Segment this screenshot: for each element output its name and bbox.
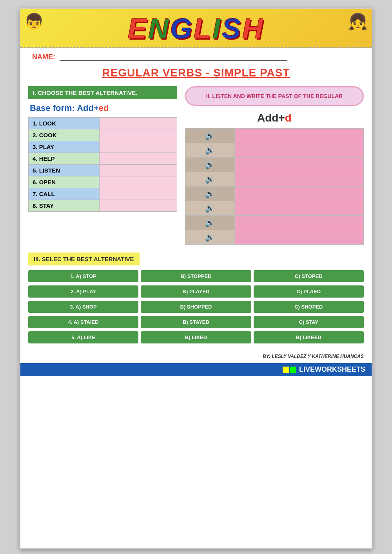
verb-answer[interactable] [99,165,177,176]
speaker-icon[interactable]: 🔊 [205,160,215,169]
answer-option-1-3[interactable]: C) STOPED [254,270,364,282]
verb-label: 8. STAY [29,200,100,212]
audio-button[interactable]: 🔊 [185,158,235,172]
answer-option-4-2[interactable]: B) STAYED [141,316,251,328]
deco-right-icon: 👧 [348,13,368,31]
header-banner: 👦 ENGLISH 👧 [20,9,372,48]
answer-row: 4. A) STAIEDB) STAYEDC) STAY [28,316,364,328]
header-title: ENGLISH [128,13,264,45]
speaker-icon[interactable]: 🔊 [205,131,215,140]
audio-table: 🔊🔊🔊🔊🔊🔊🔊🔊 [185,128,364,245]
footer-credit: BY: LESLY VALDEZ Y KATHERINE HUANCAS [28,354,364,359]
audio-answer[interactable] [235,172,364,187]
speaker-icon[interactable]: 🔊 [205,175,215,183]
answer-option-3-2[interactable]: B) SHOPPED [141,301,251,313]
verb-answer[interactable] [99,200,177,212]
audio-answer[interactable] [235,143,364,158]
speaker-icon[interactable]: 🔊 [205,233,215,242]
deco-left-icon: 👦 [24,13,44,31]
verb-answer[interactable] [99,118,177,129]
audio-button[interactable]: 🔊 [185,216,235,230]
section3-wrapper: III. SELEC THE BEST ALTERNATIVE 1. A) ST… [20,252,372,343]
answer-option-2-3[interactable]: C) PLAED [254,285,364,298]
audio-button[interactable]: 🔊 [185,129,235,143]
audio-button[interactable]: 🔊 [185,201,235,216]
answer-option-4-1[interactable]: 4. A) STAIED [28,316,138,328]
answer-option-5-3[interactable]: B) LIKEED [254,331,364,343]
answer-option-2-2[interactable]: B) PLAYED [141,285,251,298]
verb-answer[interactable] [99,188,177,200]
answer-option-2-1[interactable]: 2. A) PLAY [28,285,138,298]
verb-answer[interactable] [99,129,177,141]
right-column: II. LISTEN AND WRITE THE PAST OF THE REG… [185,86,364,245]
section2-header: II. LISTEN AND WRITE THE PAST OF THE REG… [185,86,364,106]
audio-answer[interactable] [235,158,364,172]
left-column: I. CHOOSE THE BEST ALTERNATIVE. Base for… [28,86,177,245]
add-d-letter: d [285,112,292,124]
answer-option-5-1[interactable]: 5. A) LIKE [28,331,138,343]
audio-button[interactable]: 🔊 [185,143,235,158]
audio-answer[interactable] [235,201,364,216]
speaker-icon[interactable]: 🔊 [205,204,215,213]
answer-row: 2. A) PLAYB) PLAYEDC) PLAED [28,285,364,298]
speaker-icon[interactable]: 🔊 [205,146,215,154]
verb-label: 2. COOK [29,129,100,141]
lw-logo-icon [283,367,296,373]
add-d-label: Add+d [185,112,364,124]
name-label: NAME: [32,53,55,61]
verb-answer[interactable] [99,176,177,188]
verb-table: 1. LOOK2. COOK3. PLAY4. HELP5. LISTEN6. … [28,117,177,212]
verb-label: 1. LOOK [29,118,100,129]
verb-label: 7. CALL [29,188,100,200]
audio-answer[interactable] [235,187,364,201]
verb-label: 4. HELP [29,153,100,165]
verb-answer[interactable] [99,153,177,165]
section1-header: I. CHOOSE THE BEST ALTERNATIVE. [28,86,177,99]
answer-row: 3. A) SHOPB) SHOPPEDC) SHOPED [28,301,364,313]
answer-option-5-2[interactable]: B) LIKED [141,331,251,343]
footer: BY: LESLY VALDEZ Y KATHERINE HUANCAS [20,350,372,363]
name-section: NAME: [20,48,372,63]
name-input-line[interactable] [60,53,287,61]
base-form-ed: ed [99,103,109,113]
section3-questions: 1. A) STOPB) STOPPEDC) STOPED2. A) PLAYB… [28,270,364,343]
speaker-icon[interactable]: 🔊 [205,218,215,227]
liveworksheets-label: LIVEWORKSHEETS [299,365,365,374]
answer-row: 5. A) LIKEB) LIKEDB) LIKEED [28,331,364,343]
verb-label: 3. PLAY [29,141,100,153]
answer-option-1-2[interactable]: B) STOPPED [141,270,251,282]
answer-row: 1. A) STOPB) STOPPEDC) STOPED [28,270,364,282]
audio-button[interactable]: 🔊 [185,230,235,245]
page-title: REGULAR VERBS - SIMPLE PAST [20,67,372,79]
audio-answer[interactable] [235,230,364,245]
answer-option-4-3[interactable]: C) STAY [254,316,364,328]
liveworksheets-bar: LIVEWORKSHEETS [20,363,372,376]
verb-label: 6. OPEN [29,176,100,188]
page: 👦 ENGLISH 👧 NAME: REGULAR VERBS - SIMPLE… [20,8,372,549]
audio-answer[interactable] [235,216,364,230]
answer-option-1-1[interactable]: 1. A) STOP [28,270,138,282]
main-columns: I. CHOOSE THE BEST ALTERNATIVE. Base for… [20,86,372,245]
base-form-label: Base form: Add+ed [28,103,177,113]
audio-button[interactable]: 🔊 [185,172,235,187]
answer-option-3-1[interactable]: 3. A) SHOP [28,301,138,313]
verb-answer[interactable] [99,141,177,153]
answer-option-3-3[interactable]: C) SHOPED [254,301,364,313]
audio-button[interactable]: 🔊 [185,187,235,201]
verb-label: 5. LISTEN [29,165,100,176]
speaker-icon[interactable]: 🔊 [205,189,215,198]
section3-header: III. SELEC THE BEST ALTERNATIVE [28,252,140,265]
audio-answer[interactable] [235,129,364,143]
